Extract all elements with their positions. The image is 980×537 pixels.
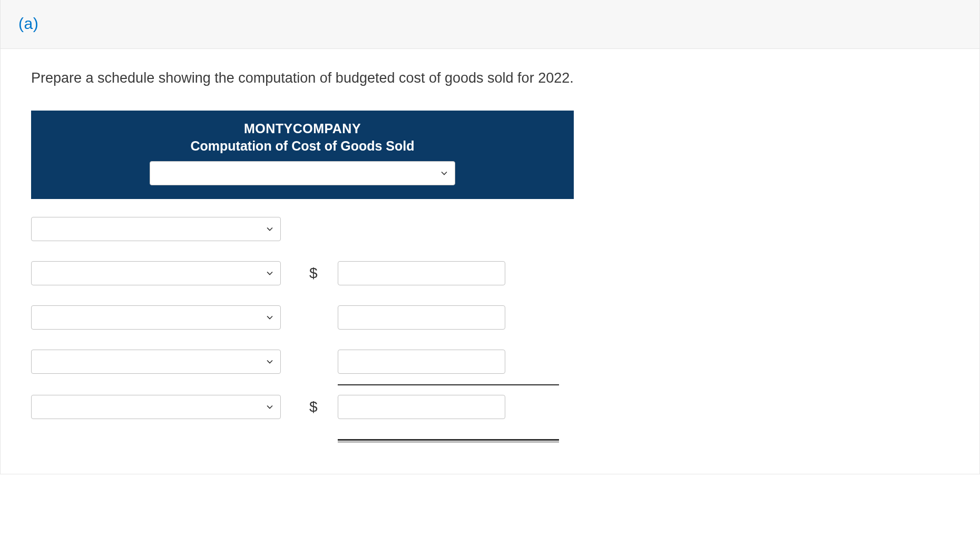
subtotal-rule: [338, 384, 559, 385]
part-label: (a): [18, 15, 38, 32]
schedule-title: Computation of Cost of Goods Sold: [42, 138, 563, 154]
part-header: (a): [1, 0, 979, 49]
chevron-down-icon: [441, 170, 447, 176]
line5-value-input[interactable]: [338, 395, 505, 419]
line4-select[interactable]: [31, 350, 281, 374]
line3-select[interactable]: [31, 305, 281, 330]
chevron-down-icon: [267, 226, 273, 232]
line4-value-input[interactable]: [338, 350, 505, 374]
line1-select[interactable]: [31, 217, 281, 241]
instruction-text: Prepare a schedule showing the computati…: [31, 70, 949, 86]
schedule-header: MONTYCOMPANY Computation of Cost of Good…: [31, 111, 574, 199]
line2-select[interactable]: [31, 261, 281, 285]
line3-value-input[interactable]: [338, 305, 505, 330]
line5-select[interactable]: [31, 395, 281, 419]
currency-symbol: $: [309, 265, 325, 282]
chevron-down-icon: [267, 270, 273, 276]
schedule-company: MONTYCOMPANY: [42, 121, 563, 136]
chevron-down-icon: [267, 359, 273, 365]
currency-symbol: $: [309, 399, 325, 415]
period-select[interactable]: [150, 161, 455, 185]
line2-value-input[interactable]: [338, 261, 505, 285]
chevron-down-icon: [267, 404, 273, 410]
chevron-down-icon: [267, 314, 273, 321]
final-double-rule: [338, 439, 559, 442]
